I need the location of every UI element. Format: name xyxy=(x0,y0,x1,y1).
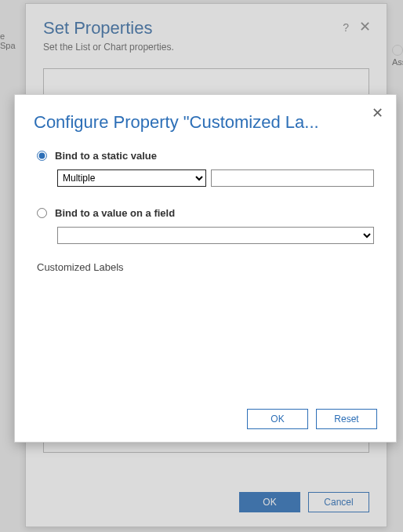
field-control-row xyxy=(37,227,374,244)
configure-property-dialog: Configure Property "Customized La... ✕ B… xyxy=(14,94,397,443)
configure-property-footer: OK Reset xyxy=(15,401,396,442)
field-value-select[interactable] xyxy=(57,227,374,244)
reset-button[interactable]: Reset xyxy=(316,409,377,429)
static-value-input[interactable] xyxy=(211,169,374,187)
static-control-row: Multiple xyxy=(37,169,374,187)
radio-field-label: Bind to a value on a field xyxy=(55,207,175,219)
configure-property-body: Bind to a static value Multiple Bind to … xyxy=(15,139,396,401)
radio-field-value[interactable] xyxy=(37,208,47,218)
configure-property-header: Configure Property "Customized La... ✕ xyxy=(15,95,396,139)
radio-static-value[interactable] xyxy=(37,151,47,161)
ok-button[interactable]: OK xyxy=(247,409,308,429)
property-summary-label: Customized Labels xyxy=(37,261,374,273)
radio-static-label: Bind to a static value xyxy=(55,150,157,162)
close-icon[interactable]: ✕ xyxy=(372,106,383,120)
configure-property-title: Configure Property "Customized La... xyxy=(34,112,363,133)
radio-row-static: Bind to a static value xyxy=(37,150,374,162)
static-value-select[interactable]: Multiple xyxy=(57,169,206,187)
radio-row-field: Bind to a value on a field xyxy=(37,207,374,219)
